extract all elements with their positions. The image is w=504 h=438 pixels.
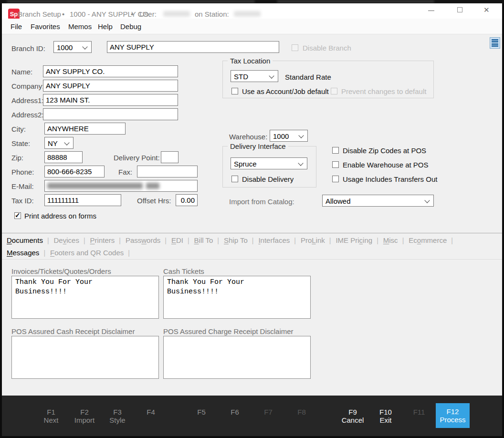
disable-branch-checkbox (292, 44, 298, 51)
minimize-button[interactable] (428, 10, 434, 11)
title-user-label: User: (139, 10, 157, 19)
company-input[interactable] (43, 80, 178, 92)
use-account-job-default-checkbox[interactable] (231, 88, 238, 94)
menu-memos[interactable]: Memos (68, 22, 92, 31)
fkey-f10-button[interactable]: F10Exit (368, 408, 403, 424)
tax-id-input[interactable] (44, 194, 121, 206)
tab-edi[interactable]: EDI (171, 236, 183, 244)
email-label: E-Mail: (11, 182, 34, 190)
delivery-interface-combo[interactable]: Spruce (231, 157, 307, 169)
menu-lines-icon[interactable] (490, 37, 500, 49)
import-catalog-label: Import from Catalog: (229, 198, 294, 206)
menu-file[interactable]: File (10, 22, 22, 31)
function-key-bar: F1NextF2ImportF3StyleF4F5F6F7F8F9CancelF… (2, 396, 502, 436)
tab-separator: | (128, 249, 130, 257)
state-combo[interactable]: NY (44, 137, 74, 149)
import-catalog-combo[interactable]: Allowed (322, 195, 434, 207)
close-button[interactable]: ✕ (483, 5, 490, 15)
title-bullet: • (62, 10, 64, 19)
menu-favorites[interactable]: Favorites (31, 22, 60, 31)
invoices-messages-label: Invoices/Tickets/Quotes/Orders (11, 267, 111, 275)
prevent-changes-checkbox (331, 88, 337, 94)
print-address-checkbox[interactable] (14, 212, 21, 219)
usage-includes-transfers-out-checkbox[interactable] (332, 176, 339, 182)
tab-passwords[interactable]: Passwords (126, 236, 160, 244)
tab-separator: | (377, 237, 378, 244)
chevron-down-icon (269, 73, 274, 78)
enable-warehouse-at-pos-checkbox[interactable] (332, 161, 339, 168)
fkey-f12-button[interactable]: F12Process (436, 403, 470, 428)
top-redacted-strip (0, 0, 504, 3)
fkey-label: Cancel (336, 416, 370, 424)
disable-zip-codes-at-pos-checkbox[interactable] (332, 147, 339, 154)
offset-hrs-label: Offset Hrs: (137, 197, 171, 205)
pos-cash-disclaimer-label: POS Assured Cash Receipt Disclaimer (11, 327, 135, 335)
fkey-f9-button[interactable]: F9Cancel (336, 408, 370, 424)
warehouse-combo[interactable]: 1000 (270, 130, 308, 142)
invoices-message-textarea[interactable] (11, 276, 159, 319)
tab-devices[interactable]: Devices (54, 236, 79, 244)
fkey-code: F1 (34, 408, 68, 416)
fkey-f3-button: F3Style (100, 408, 135, 424)
app-title: Branch Setup (18, 10, 61, 19)
name-input[interactable] (43, 65, 178, 77)
prevent-changes-label: Prevent changes to default (341, 87, 426, 95)
tab-documents[interactable]: Documents (7, 236, 43, 244)
redacted-text-blur (277, 0, 434, 2)
tab-ecommerce[interactable]: Ecommerce (409, 236, 447, 244)
zip-label: Zip: (11, 154, 23, 162)
tax-id-label: Tax ID: (11, 197, 34, 205)
tab-separator: | (451, 237, 453, 244)
fkey-code: F4 (134, 408, 168, 416)
address1-input[interactable] (43, 94, 178, 106)
tab-ship-to[interactable]: Ship To (224, 236, 248, 244)
fkey-f7-button: F7 (251, 408, 285, 416)
tab-interfaces[interactable]: Interfaces (258, 236, 290, 244)
tab-ime-pricing[interactable]: IME Pricing (336, 236, 372, 244)
title-bar: Sp Branch Setup • 1000 - ANY SUPPLY CO. … (2, 3, 502, 19)
tab-misc[interactable]: Misc (383, 236, 398, 244)
enable-warehouse-at-pos-label: Enable Warehouse at POS (343, 161, 429, 169)
address1-label: Address1: (11, 96, 44, 104)
chevron-down-icon (298, 160, 303, 166)
fkey-f11-button: F11 (402, 408, 436, 416)
tab-strip-secondary: Messages|Footers and QR Codes| (7, 249, 135, 257)
maximize-button[interactable] (457, 7, 462, 12)
delivery-point-input[interactable] (161, 151, 178, 163)
phone-input[interactable] (44, 166, 105, 177)
tab-separator: | (294, 237, 296, 244)
cash-tickets-textarea[interactable] (163, 276, 311, 319)
delivery-point-label: Delivery Point: (114, 154, 160, 162)
print-address-label: Print address on forms (24, 212, 96, 220)
fkey-code: F6 (218, 408, 252, 416)
tab-printers[interactable]: Printers (90, 236, 115, 244)
tab-prolink[interactable]: ProLink (301, 236, 325, 244)
tab-separator: | (47, 237, 49, 244)
menu-help[interactable]: Help (98, 22, 113, 31)
disable-delivery-checkbox[interactable] (231, 176, 238, 182)
city-input[interactable] (44, 123, 126, 135)
fkey-label: Next (34, 416, 68, 424)
offset-hrs-input[interactable] (176, 194, 198, 206)
fkey-f5-button: F5 (184, 408, 219, 416)
tax-location-combo[interactable]: STD (231, 70, 278, 82)
disable-zip-codes-at-pos-label: Disable Zip Codes at POS (343, 146, 426, 155)
fkey-code: F10 (368, 408, 403, 416)
fax-input[interactable] (137, 166, 198, 177)
state-label: State: (11, 139, 30, 147)
menu-debug[interactable]: Debug (120, 22, 141, 31)
subtab-footers-and-qr-codes[interactable]: Footers and QR Codes (50, 249, 124, 257)
branch-name-input[interactable] (107, 41, 279, 53)
subtab-messages[interactable]: Messages (7, 249, 39, 257)
pos-charge-disclaimer-textarea[interactable] (163, 336, 311, 379)
branch-id-combo[interactable]: 1000 (53, 41, 92, 53)
redacted-text-blur (7, 0, 255, 2)
pos-cash-disclaimer-textarea[interactable] (11, 336, 159, 379)
zip-input[interactable] (44, 151, 83, 163)
tab-bill-to[interactable]: Bill To (194, 236, 213, 244)
fkey-f4-button: F4 (134, 408, 168, 416)
fkey-code: F2 (67, 408, 102, 416)
address2-input[interactable] (43, 108, 178, 120)
fkey-label: Style (100, 416, 135, 424)
company-label: Company: (11, 82, 44, 90)
